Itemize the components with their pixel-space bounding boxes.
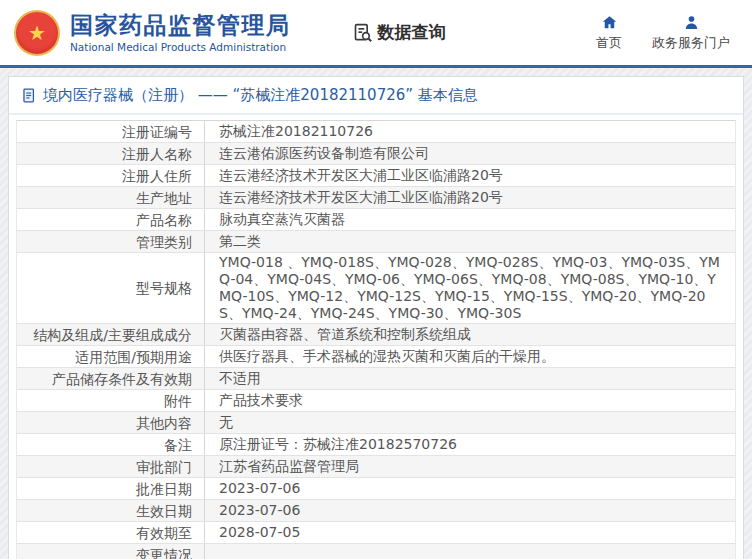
row-label-text: 结构及组成/主要组成成分: [33, 325, 192, 345]
row-label: 生产地址: [17, 187, 205, 208]
row-value: 无: [205, 412, 735, 433]
row-value: 脉动真空蒸汽灭菌器: [205, 209, 735, 230]
row-value: YMQ-018 、YMQ-018S、YMQ-028、YMQ-028S、YMQ-0…: [205, 253, 735, 323]
page-title: 境内医疗器械（注册） —— “苏械注准20182110726” 基本信息: [43, 86, 478, 105]
row-label: 审批部门: [17, 456, 205, 477]
row-value: 连云港经济技术开发区大浦工业区临浦路20号: [205, 165, 735, 186]
row-label: 变更情况: [17, 544, 205, 559]
row-label-text: 其他内容: [136, 413, 192, 433]
table-row: 备注原注册证号：苏械注准20182570726: [17, 434, 735, 456]
row-label: 产品名称: [17, 209, 205, 230]
row-value-text: 2028-07-05: [219, 524, 300, 541]
row-label: 生效日期: [17, 500, 205, 521]
row-label: 注册人名称: [17, 143, 205, 164]
row-label: 适用范围/预期用途: [17, 346, 205, 367]
row-value-text: 不适用: [219, 370, 261, 387]
agency-title-block: 国家药品监督管理局 National Medical Products Admi…: [70, 12, 291, 52]
table-row: 注册人住所连云港经济技术开发区大浦工业区临浦路20号: [17, 165, 735, 187]
table-row: 批准日期2023-07-06: [17, 478, 735, 500]
row-value: 原注册证号：苏械注准20182570726: [205, 434, 735, 455]
row-label-text: 审批部门: [136, 457, 192, 477]
table-row: 其他内容无: [17, 412, 735, 434]
agency-title-cn: 国家药品监督管理局: [70, 12, 291, 38]
row-label-text: 管理类别: [136, 232, 192, 252]
row-label-text: 生产地址: [136, 188, 192, 208]
row-value-text: 产品技术要求: [219, 392, 303, 409]
document-search-icon: [353, 23, 373, 43]
row-value-text: 苏械注准20182110726: [219, 123, 373, 140]
row-value-text: 供医疗器具、手术器械的湿热灭菌和灭菌后的干燥用。: [219, 348, 555, 365]
row-label-text: 有效期至: [136, 523, 192, 543]
agency-title-en: National Medical Products Administration: [70, 41, 291, 53]
nav-item-gov-portal[interactable]: 政务服务门户: [652, 14, 730, 52]
row-value: 不适用: [205, 368, 735, 389]
nav-item-label: 政务服务门户: [652, 34, 730, 52]
nav-item-label: 首页: [596, 34, 622, 52]
row-value: 2023-07-06: [205, 500, 735, 521]
row-label: 型号规格: [17, 253, 205, 323]
user-icon: [683, 14, 700, 31]
row-label: 管理类别: [17, 231, 205, 252]
table-row: 生效日期2023-07-06: [17, 500, 735, 522]
data-query-button[interactable]: 数据查询: [353, 21, 446, 44]
table-row: 注册证编号苏械注准20182110726: [17, 121, 735, 143]
row-label: 备注: [17, 434, 205, 455]
row-value-text: 江苏省药品监督管理局: [219, 458, 359, 475]
header-nav: 首页 政务服务门户: [596, 14, 738, 52]
table-row: 注册人名称连云港佑源医药设备制造有限公司: [17, 143, 735, 165]
row-label-text: 型号规格: [136, 278, 192, 298]
row-value-text: 灭菌器由容器、管道系统和控制系统组成: [219, 326, 471, 343]
row-label-text: 注册证编号: [122, 122, 192, 142]
row-value: 连云港佑源医药设备制造有限公司: [205, 143, 735, 164]
document-icon: [23, 88, 36, 103]
row-label-text: 生效日期: [136, 501, 192, 521]
table-row: 附件产品技术要求: [17, 390, 735, 412]
row-label: 注册人住所: [17, 165, 205, 186]
row-value-text: 2023-07-06: [219, 502, 300, 519]
row-value: 苏械注准20182110726: [205, 121, 735, 142]
row-value-text: 2023-07-06: [219, 480, 300, 497]
table-row: 生产地址连云港经济技术开发区大浦工业区临浦路20号: [17, 187, 735, 209]
row-value: 2023-07-06: [205, 478, 735, 499]
row-label-text: 附件: [164, 391, 192, 411]
table-row: 有效期至2028-07-05: [17, 522, 735, 544]
row-label-text: 注册人住所: [122, 166, 192, 186]
table-row: 产品储存条件及有效期不适用: [17, 368, 735, 390]
breadcrumb: 境内医疗器械（注册） —— “苏械注准20182110726” 基本信息: [9, 77, 743, 115]
row-value: 第二类: [205, 231, 735, 252]
row-value-text: 脉动真空蒸汽灭菌器: [219, 211, 345, 228]
row-value: 连云港经济技术开发区大浦工业区临浦路20号: [205, 187, 735, 208]
info-table: 注册证编号苏械注准20182110726注册人名称连云港佑源医药设备制造有限公司…: [16, 120, 736, 559]
row-label: 批准日期: [17, 478, 205, 499]
row-label-text: 产品储存条件及有效期: [52, 369, 192, 389]
national-emblem-logo: ★: [14, 10, 60, 56]
row-label-text: 产品名称: [136, 210, 192, 230]
row-label: 产品储存条件及有效期: [17, 368, 205, 389]
nav-item-home[interactable]: 首页: [596, 14, 622, 52]
row-value-text: YMQ-018 、YMQ-018S、YMQ-028、YMQ-028S、YMQ-0…: [219, 254, 727, 322]
table-row: 结构及组成/主要组成成分灭菌器由容器、管道系统和控制系统组成: [17, 324, 735, 346]
row-value: 供医疗器具、手术器械的湿热灭菌和灭菌后的干燥用。: [205, 346, 735, 367]
row-label: 结构及组成/主要组成成分: [17, 324, 205, 345]
row-value-text: 原注册证号：苏械注准20182570726: [219, 436, 457, 453]
row-label-text: 适用范围/预期用途: [75, 347, 192, 367]
row-value: 产品技术要求: [205, 390, 735, 411]
row-value: 灭菌器由容器、管道系统和控制系统组成: [205, 324, 735, 345]
row-label: 附件: [17, 390, 205, 411]
row-label-text: 注册人名称: [122, 144, 192, 164]
home-icon: [601, 14, 618, 31]
row-label: 有效期至: [17, 522, 205, 543]
table-row: 管理类别第二类: [17, 231, 735, 253]
row-label: 其他内容: [17, 412, 205, 433]
content-panel: 境内医疗器械（注册） —— “苏械注准20182110726” 基本信息 注册证…: [8, 76, 744, 559]
row-value-text: 第二类: [219, 233, 261, 250]
row-label-text: 备注: [164, 435, 192, 455]
row-label-text: 批准日期: [136, 479, 192, 499]
row-value: [205, 544, 735, 559]
row-value-text: 连云港佑源医药设备制造有限公司: [219, 145, 429, 162]
row-value: 2028-07-05: [205, 522, 735, 543]
table-row: 产品名称脉动真空蒸汽灭菌器: [17, 209, 735, 231]
data-query-label: 数据查询: [378, 21, 446, 44]
row-label-text: 变更情况: [136, 545, 192, 559]
row-value: 江苏省药品监督管理局: [205, 456, 735, 477]
